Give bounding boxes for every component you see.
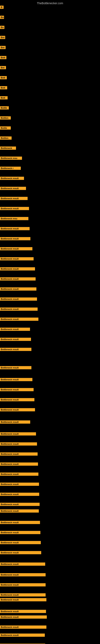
bar-item: Bottleneck result: [0, 493, 39, 497]
bar-label: Bottleneck result: [0, 318, 38, 321]
bar-label: Bottleneck result: [0, 462, 38, 466]
bar-item: Bottlen: [0, 116, 11, 120]
bar-item: Bo: [0, 16, 4, 20]
bar-item: Bott: [0, 86, 7, 90]
bar-label: Bottleneck result: [0, 207, 29, 210]
bar-item: Bottlen: [0, 136, 12, 140]
bar-item: Bottleneck result: [0, 573, 46, 577]
bar-label: Bottleneck result: [0, 187, 26, 190]
bar-label: Bo: [0, 16, 4, 19]
bar-item: Bottleneck result: [0, 432, 36, 436]
bar-label: Bottleneck resu: [0, 156, 22, 160]
bar-label: Bottleneck result: [0, 298, 37, 301]
bar-item: Bottle: [0, 126, 11, 130]
bar-label: Bottleneck result: [0, 482, 39, 486]
bar-label: Bottleneck result: [0, 573, 46, 576]
bar-item: Bottleneck r: [0, 167, 21, 171]
bar-item: Bottleneck result: [0, 472, 38, 476]
bar-label: Bottlen: [0, 136, 12, 140]
bar-item: Bottleneck result: [0, 531, 40, 535]
bar-label: Bottleneck result: [0, 227, 30, 230]
site-title: TheBottlenecker.com: [0, 0, 100, 6]
bar-label: Bottleneck result: [0, 616, 47, 619]
bar-label: Bottleneck result: [0, 408, 35, 411]
bar-item: Bottleneck result: [0, 452, 38, 456]
bar-item: Bottleneck result: [0, 593, 46, 597]
bar-label: Bottleneck result: [0, 247, 32, 250]
bar-item: Bottleneck result: [0, 610, 46, 614]
bar-label: Bottleneck result: [0, 593, 46, 596]
bar-item: Bottleneck result: [0, 207, 29, 211]
bar-item: Bottleneck result: [0, 298, 37, 302]
bar-label: Bottleneck result: [0, 366, 31, 369]
bar-item: Bottleneck: [0, 146, 16, 150]
bar-label: Bottleneck result: [0, 288, 36, 290]
bar-label: Bottleneck r: [0, 167, 21, 170]
bar-item: Bottleneck result: [0, 398, 34, 402]
bar-label: Bottleneck result: [0, 562, 45, 566]
bar-label: Bottleneck result: [0, 257, 34, 260]
bar-item: B: [0, 6, 3, 10]
bar-label: Bottleneck result: [0, 277, 36, 280]
bar-item: Bottleneck result: [0, 482, 39, 486]
bar-label: Bott: [0, 76, 7, 79]
bar-item: Bottleneck result: [0, 247, 32, 251]
bar-item: Bottleneck result: [0, 408, 35, 412]
bar-label: Bott: [0, 86, 7, 89]
bar-label: Bottleneck result: [0, 420, 30, 424]
bar-label: Bottle: [0, 126, 11, 130]
bar-label: Bottleneck result: [0, 177, 24, 180]
bar-label: Bottleneck result: [0, 598, 47, 601]
bar-label: Bott: [0, 56, 6, 59]
bar-item: Bottleneck result: [0, 257, 34, 261]
bar-item: Bottleneck result: [0, 616, 47, 620]
bar-label: Bottleneck: [0, 146, 16, 150]
bar-item: Bottleneck result: [0, 462, 38, 466]
bar-item: Bottleneck result: [0, 227, 30, 231]
bar-item: Bottleneck result: [0, 177, 24, 181]
bar-item: Bottleneck result: [0, 348, 31, 352]
bar-item: Bottleneck result: [0, 521, 40, 525]
bar-label: Bottleneck resu: [0, 217, 28, 220]
bar-label: Bottleneck result: [0, 348, 31, 351]
bar-label: B: [0, 6, 3, 9]
bar-label: Bottleneck result: [0, 541, 41, 544]
bar-label: Bottleneck result: [0, 432, 36, 436]
bar-label: Bottleneck result: [0, 551, 41, 554]
bar-label: Bott: [0, 96, 8, 100]
bar-label: Bottleneck result: [0, 503, 40, 506]
bar-item: Bottleneck result: [0, 277, 36, 281]
bar-item: Bottleneck resu: [0, 217, 28, 221]
bar-item: Bott: [0, 56, 6, 60]
bar-label: Bottleneck result: [0, 472, 38, 476]
bar-label: Bottleneck result: [0, 509, 39, 512]
bar-label: Bottleneck result: [0, 328, 30, 331]
bar-item: Bottleneck result: [0, 598, 47, 602]
bar-item: Bottleneck resu: [0, 156, 22, 160]
bar-item: Bottleneck result: [0, 267, 35, 271]
bar-label: Bottleneck result: [0, 197, 28, 200]
bar-item: Bottle: [0, 106, 9, 110]
bar-label: Bottleneck result: [0, 237, 30, 240]
bar-label: Bottleneck result: [0, 583, 46, 586]
bar-label: Bottleneck result: [0, 626, 47, 629]
bar-item: Bottleneck result: [0, 551, 41, 555]
bar-item: Bottleneck result: [0, 503, 40, 507]
bar-label: Bottleneck result: [0, 452, 38, 456]
bar-item: Bot: [0, 46, 6, 50]
bar-item: Bot: [0, 36, 5, 40]
bar-item: Bottleneck result: [0, 442, 37, 446]
bar-item: Bottleneck result: [0, 634, 45, 638]
bar-item: Bottleneck result: [0, 378, 32, 382]
bar-item: Bottleneck result: [0, 187, 26, 191]
bar-item: Bott: [0, 96, 8, 100]
bar-item: Bottleneck result: [0, 388, 34, 392]
bar-item: Bottleneck result: [0, 328, 30, 332]
bar-label: Bottleneck result: [0, 634, 45, 637]
bar-item: Bottleneck result: [0, 308, 38, 312]
bar-label: Bot: [0, 46, 6, 49]
bar-label: Bottleneck result: [0, 378, 32, 381]
bar-label: Bottleneck result: [0, 493, 39, 496]
bar-label: Bo: [0, 26, 4, 29]
bar-item: Bottleneck result: [0, 288, 36, 292]
